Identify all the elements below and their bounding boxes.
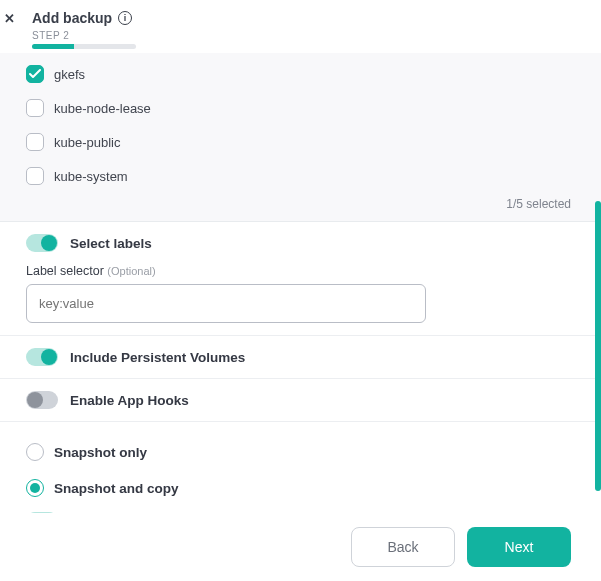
wizard-header: ✕ Add backup i STEP 2 [0, 0, 601, 53]
namespace-label: kube-system [54, 169, 128, 184]
namespace-label: gkefs [54, 67, 85, 82]
snapshot-copy-option[interactable]: Snapshot and copy [26, 470, 575, 506]
delete-after-copy-toggle[interactable] [26, 512, 58, 513]
label-selector-input[interactable] [26, 284, 426, 323]
optional-hint: (Optional) [107, 265, 155, 277]
radio-icon[interactable] [26, 443, 44, 461]
checkbox-icon[interactable] [26, 133, 44, 151]
checkbox-icon[interactable] [26, 65, 44, 83]
select-labels-toggle[interactable] [26, 234, 58, 252]
step-label: STEP 2 [32, 30, 583, 41]
select-labels-section: Select labels Label selector (Optional) [0, 222, 601, 336]
hooks-section: Enable App Hooks [0, 379, 601, 422]
radio-icon[interactable] [26, 479, 44, 497]
scrollbar-thumb[interactable] [595, 201, 601, 491]
wizard-footer: Back Next [0, 513, 601, 581]
namespace-row[interactable]: kube-node-lease [26, 91, 575, 125]
checkbox-icon[interactable] [26, 167, 44, 185]
pv-section: Include Persistent Volumes [0, 336, 601, 379]
radio-label: Snapshot only [54, 445, 147, 460]
progress-bar [32, 44, 136, 49]
close-icon[interactable]: ✕ [4, 12, 15, 25]
namespace-list: gkefs kube-node-lease kube-public kube-s… [0, 53, 601, 222]
selection-count: 1/5 selected [26, 193, 575, 213]
back-button[interactable]: Back [351, 527, 455, 567]
namespace-label: kube-public [54, 135, 121, 150]
snapshot-section: Snapshot only Snapshot and copy Delete s… [0, 422, 601, 513]
namespace-row[interactable]: kube-public [26, 125, 575, 159]
info-icon[interactable]: i [118, 11, 132, 25]
next-button[interactable]: Next [467, 527, 571, 567]
namespace-row[interactable]: gkefs [26, 57, 575, 91]
form-scroll: gkefs kube-node-lease kube-public kube-s… [0, 53, 601, 513]
namespace-label: kube-node-lease [54, 101, 151, 116]
label-selector-text: Label selector [26, 264, 104, 278]
namespace-row[interactable]: kube-system [26, 159, 575, 193]
include-pv-label: Include Persistent Volumes [70, 350, 245, 365]
include-pv-toggle[interactable] [26, 348, 58, 366]
app-hooks-toggle[interactable] [26, 391, 58, 409]
checkbox-icon[interactable] [26, 99, 44, 117]
select-labels-label: Select labels [70, 236, 152, 251]
app-hooks-label: Enable App Hooks [70, 393, 189, 408]
snapshot-only-option[interactable]: Snapshot only [26, 434, 575, 470]
label-selector-label: Label selector (Optional) [26, 264, 575, 278]
progress-fill [32, 44, 74, 49]
page-title: Add backup [32, 10, 112, 26]
radio-label: Snapshot and copy [54, 481, 179, 496]
